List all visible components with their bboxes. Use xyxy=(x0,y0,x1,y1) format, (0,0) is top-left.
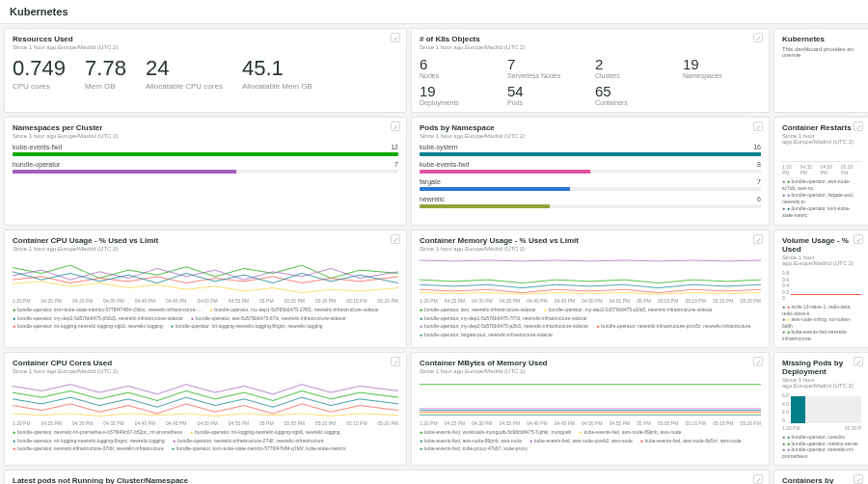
legend-item: bundle-operator, newrelic-infrastructure… xyxy=(596,323,750,330)
metric-label: Allocatable CPU cores xyxy=(146,82,223,91)
expand-icon[interactable]: ⤢ xyxy=(753,33,763,42)
bar-label: bundle-operator xyxy=(13,161,60,168)
legend-item: bundle-operator, ksm-kube-state-metrics-… xyxy=(13,307,202,313)
panel-resources-used: ⤢ Resources Used Since 1 hour ago,Europe… xyxy=(4,28,407,113)
metric-label: Pods xyxy=(507,99,585,106)
legend-item: bundle-operator, nri-logging-newrelic-lo… xyxy=(171,323,323,330)
metric-label: Containers xyxy=(595,99,673,106)
legend-item: bundle-operator, nri-logging-newrelic-lo… xyxy=(190,429,340,436)
legend-item: bundle-operator, my-dep2-5d576b6475-p2ls… xyxy=(544,307,713,313)
bar-value: 8 xyxy=(757,161,761,168)
metric-label: CPU cores xyxy=(13,82,66,91)
metric-label: Nodes xyxy=(420,72,498,79)
metric-value: 2 xyxy=(595,56,673,72)
panel-cpu-cores: ⤢ Container CPU Cores Used Since 1 hour … xyxy=(4,352,407,466)
bar-row: kube-events-fwd12 xyxy=(13,144,398,156)
metric-value: 19 xyxy=(683,56,761,72)
metric-label: Serverless Nodes xyxy=(507,72,585,79)
legend-item: kube-events-fwd, aws-node-9p5rz, aws-nod… xyxy=(640,438,742,444)
metric-label: Clusters xyxy=(595,72,673,79)
metric-block: 19Namespaces xyxy=(683,56,761,79)
metric-block: 45.1Allocatable Mem GB xyxy=(242,56,312,91)
legend-item: bundle-operator, my-dep2-5d576b6475-p2ls… xyxy=(420,323,588,330)
legend-item: kube-events-fwd, aws-node-qxwb2, aws-nod… xyxy=(529,438,633,444)
metric-block: 7Serverless Nodes xyxy=(507,56,585,79)
legend-item: bundle-operator, my-dep2-5d576b6475-p56v… xyxy=(13,315,183,322)
expand-icon[interactable]: ⤢ xyxy=(854,234,863,244)
expand-icon[interactable]: ⤢ xyxy=(391,33,400,42)
legend-item: bundle-operator, nri-logging-newrelic-lo… xyxy=(13,323,163,330)
expand-icon[interactable]: ⤢ xyxy=(753,474,763,484)
bar-row: kube-system16 xyxy=(420,144,761,156)
legend-item: kube-events-fwd, aws-node-89jmb, aws-nod… xyxy=(579,429,681,436)
bar-value: 6 xyxy=(757,196,761,202)
bar-row: newrelic6 xyxy=(420,196,761,208)
line-chart xyxy=(420,378,761,418)
bar-value: 7 xyxy=(757,178,761,185)
metric-value: 0.749 xyxy=(13,56,66,81)
line-chart xyxy=(13,255,398,296)
expand-icon[interactable]: ⤢ xyxy=(854,357,863,366)
panel-mem-pct: ⤢ Container Memory Usage - % Used vs Lim… xyxy=(411,229,770,348)
metric-block: 7.78Mem GB xyxy=(85,56,126,91)
bar-value: 7 xyxy=(394,161,398,168)
legend-item: bundle-operator, newrelic-nri-prometheus… xyxy=(13,429,182,436)
expand-icon[interactable]: ⤢ xyxy=(753,357,763,366)
panel-missing-pods: ⤢ Missing Pods by Deployment Since 1 hou… xyxy=(773,352,868,466)
legend-item: kube-events-fwd, aws-node-89jmb, aws-nod… xyxy=(420,438,522,444)
legend-item: bundle-operator, newrelic-infrastructure… xyxy=(13,445,164,452)
panel-description: Kubernetes This dashboard provides an ov… xyxy=(773,28,868,113)
line-chart xyxy=(13,378,398,418)
panel-containers-by-ns: ⤢ Containers by Namespace Since 1 hour a… xyxy=(773,470,868,484)
metric-value: 45.1 xyxy=(242,56,312,81)
bar-label: kube-system xyxy=(420,144,458,150)
bar-row: bundle-operator7 xyxy=(13,161,398,174)
metric-block: 24Allocatable CPU cores xyxy=(146,56,223,91)
metric-label: Deployments xyxy=(420,99,498,106)
legend-item: bundle-operator, my-dep1-5d576b6475-7f7l… xyxy=(420,315,587,322)
bar-value: 12 xyxy=(391,144,398,150)
expand-icon[interactable]: ⤢ xyxy=(391,234,400,244)
metric-value: 65 xyxy=(595,83,673,99)
panel-k8s-objects: ⤢ # of K8s Objects Since 1 hour ago,Euro… xyxy=(411,28,770,113)
bar-label: fargate xyxy=(420,178,441,185)
page-title: Kubernetes xyxy=(10,6,68,17)
expand-icon[interactable]: ⤢ xyxy=(753,121,763,131)
metric-value: 54 xyxy=(507,83,585,99)
panel-container-restarts: ⤢ Container Restarts Since 1 hour ago,Eu… xyxy=(773,117,868,226)
legend-item: kube-events-fwd, kube-proxy-47k67, kube-… xyxy=(420,445,528,452)
panel-pods-by-namespace: ⤢ Pods by Namespace Since 1 hour ago,Eur… xyxy=(411,117,770,226)
bar-label: kube-events-fwd xyxy=(13,144,62,150)
bar-label: kube-events-fwd xyxy=(420,161,469,168)
metric-block: 2Clusters xyxy=(595,56,673,79)
bar-row: fargate7 xyxy=(420,178,761,191)
metric-value: 7 xyxy=(507,56,585,72)
expand-icon[interactable]: ⤢ xyxy=(753,234,763,244)
metric-block: 54Pods xyxy=(507,83,585,106)
metric-value: 24 xyxy=(146,56,223,81)
expand-icon[interactable]: ⤢ xyxy=(854,121,863,131)
legend-item: bundle-operator, test-5d576b6475-67ls, n… xyxy=(191,315,346,322)
panel-namespaces-per-cluster: ⤢ Namespaces per Cluster Since 1 hour ag… xyxy=(4,117,407,226)
metric-value: 7.78 xyxy=(85,56,126,81)
metric-block: 19Deployments xyxy=(420,83,498,106)
expand-icon[interactable]: ⤢ xyxy=(391,121,400,131)
panel-mem-bytes: ⤢ Container MBytes of Memory Used Since … xyxy=(411,352,770,466)
panel-latest-not-running: ⤢ Latest pods not Running by Cluster/Nam… xyxy=(4,470,770,484)
metric-block: 65Containers xyxy=(595,83,673,106)
bar-chart xyxy=(791,396,861,423)
legend-item: bundle-operator, newrelic-infrastructure… xyxy=(173,438,324,444)
bar-row: kube-events-fwd8 xyxy=(420,161,761,174)
metric-block: 0.749CPU cores xyxy=(13,56,66,91)
metric-value: 19 xyxy=(420,83,498,99)
legend-item: bundle-operator, test, newrelic-infrastr… xyxy=(420,307,536,313)
metric-value: 6 xyxy=(420,56,498,72)
line-chart xyxy=(420,255,761,296)
expand-icon[interactable]: ⤢ xyxy=(391,357,400,366)
panel-cpu-pct: ⤢ Container CPU Usage - % Used vs Limit … xyxy=(4,229,407,348)
bar-label: newrelic xyxy=(420,196,445,202)
legend-item: bundle-operator, fargate-pod, newrelic-i… xyxy=(420,332,553,338)
metric-block: 6Nodes xyxy=(420,56,498,79)
metric-label: Allocatable Mem GB xyxy=(242,82,312,91)
expand-icon[interactable]: ⤢ xyxy=(854,474,863,484)
